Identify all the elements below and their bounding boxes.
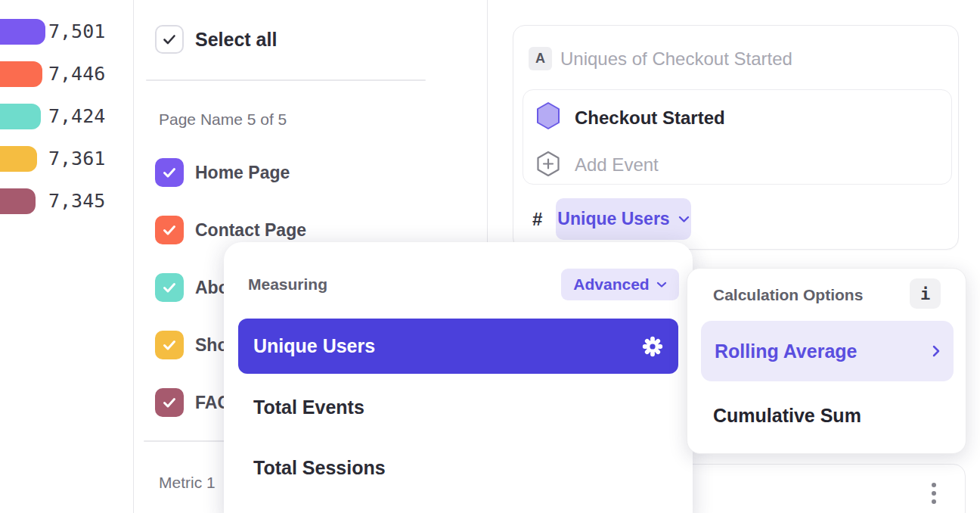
select-all-label[interactable]: Select all bbox=[195, 29, 277, 51]
check-icon bbox=[161, 279, 178, 296]
select-all-checkbox[interactable] bbox=[155, 25, 184, 54]
chevron-down-icon bbox=[656, 281, 667, 288]
legend-bar bbox=[0, 61, 42, 87]
option-label: Rolling Average bbox=[715, 340, 857, 362]
event-name[interactable]: Checkout Started bbox=[575, 105, 725, 131]
legend-bar bbox=[0, 188, 36, 214]
item-label[interactable]: Sho bbox=[195, 335, 228, 356]
measuring-title: Measuring bbox=[248, 275, 327, 294]
legend-value: 7,501 bbox=[48, 19, 105, 45]
measuring-option-total-sessions[interactable]: Total Sessions bbox=[253, 450, 386, 485]
series-badge: A bbox=[529, 47, 552, 70]
chevron-right-icon bbox=[932, 345, 940, 357]
event-card: Checkout Started Add Event bbox=[523, 89, 952, 185]
measure-dropdown-chip[interactable]: Unique Users bbox=[556, 198, 691, 240]
series-title-input[interactable]: Uniques of Checkout Started bbox=[560, 47, 792, 70]
chevron-down-icon bbox=[678, 216, 690, 223]
item-checkbox[interactable] bbox=[155, 331, 184, 359]
kebab-menu-icon[interactable] bbox=[932, 483, 936, 504]
check-icon bbox=[161, 164, 178, 181]
measure-value: Unique Users bbox=[557, 209, 669, 229]
check-icon bbox=[161, 222, 178, 238]
event-hexagon-icon bbox=[535, 101, 561, 130]
measuring-dropdown: Measuring Advanced Unique Users Total Ev… bbox=[224, 242, 693, 513]
check-icon bbox=[161, 394, 178, 411]
divider bbox=[146, 79, 426, 81]
divider bbox=[144, 440, 225, 442]
calculation-options-title: Calculation Options bbox=[713, 286, 863, 304]
legend-bar bbox=[0, 19, 45, 45]
legend-value: 7,446 bbox=[48, 61, 105, 87]
check-icon bbox=[161, 337, 178, 353]
add-event-label[interactable]: Add Event bbox=[575, 152, 659, 178]
legend-value: 7,361 bbox=[48, 146, 105, 172]
legend-bar bbox=[0, 146, 37, 172]
item-checkbox[interactable] bbox=[155, 216, 184, 244]
item-checkbox[interactable] bbox=[155, 158, 184, 187]
measure-prefix: # bbox=[532, 198, 542, 240]
check-icon bbox=[161, 31, 178, 48]
metric-label: Metric 1 bbox=[159, 474, 216, 492]
info-icon[interactable]: i bbox=[910, 278, 941, 309]
item-checkbox[interactable] bbox=[155, 388, 184, 417]
analytics-screen: 7,501 7,446 7,424 7,361 7,345 Select all… bbox=[0, 0, 980, 513]
measuring-option-total-events[interactable]: Total Events bbox=[253, 390, 364, 424]
add-event-icon[interactable] bbox=[535, 150, 561, 179]
panel-divider-left bbox=[133, 0, 134, 513]
item-checkbox[interactable] bbox=[155, 273, 184, 302]
calc-option-rolling-average[interactable]: Rolling Average bbox=[701, 321, 954, 381]
advanced-label: Advanced bbox=[573, 275, 649, 294]
legend-value: 7,345 bbox=[48, 188, 105, 214]
item-label[interactable]: Contact Page bbox=[195, 220, 306, 241]
query-builder-card: A Uniques of Checkout Started Checkout S… bbox=[513, 25, 959, 250]
calculation-options-popup: Calculation Options i Rolling Average Cu… bbox=[687, 268, 966, 454]
item-label[interactable]: Home Page bbox=[195, 163, 290, 183]
breakdown-group-label: Page Name 5 of 5 bbox=[159, 110, 287, 129]
legend-value: 7,424 bbox=[48, 104, 105, 129]
measuring-option-unique-users[interactable]: Unique Users bbox=[238, 319, 678, 374]
advanced-mode-button[interactable]: Advanced bbox=[561, 269, 679, 300]
option-label: Unique Users bbox=[253, 335, 375, 357]
gear-icon[interactable] bbox=[642, 336, 663, 357]
calc-option-cumulative-sum[interactable]: Cumulative Sum bbox=[713, 398, 861, 433]
legend-bar bbox=[0, 104, 41, 129]
